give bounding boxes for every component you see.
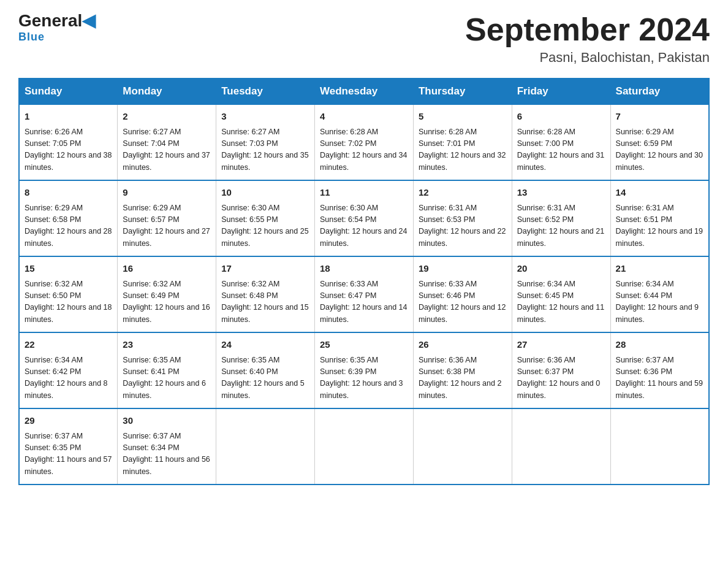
calendar-cell: 25Sunrise: 6:35 AMSunset: 6:39 PMDayligh…: [315, 332, 414, 408]
calendar-cell: 8Sunrise: 6:29 AMSunset: 6:58 PMDaylight…: [19, 180, 118, 256]
calendar-cell: 23Sunrise: 6:35 AMSunset: 6:41 PMDayligh…: [118, 332, 216, 408]
day-number: 19: [419, 262, 507, 276]
day-info: Sunrise: 6:30 AMSunset: 6:54 PMDaylight:…: [320, 204, 407, 248]
day-number: 10: [221, 186, 309, 200]
calendar-cell: 28Sunrise: 6:37 AMSunset: 6:36 PMDayligh…: [610, 332, 709, 408]
column-header-sunday: Sunday: [19, 79, 118, 104]
day-info: Sunrise: 6:37 AMSunset: 6:35 PMDaylight:…: [25, 432, 112, 476]
calendar-cell: 16Sunrise: 6:32 AMSunset: 6:49 PMDayligh…: [118, 256, 216, 332]
column-header-wednesday: Wednesday: [315, 79, 414, 104]
calendar-cell: [216, 408, 315, 484]
calendar-cell: 27Sunrise: 6:36 AMSunset: 6:37 PMDayligh…: [512, 332, 610, 408]
day-info: Sunrise: 6:32 AMSunset: 6:49 PMDaylight:…: [123, 280, 210, 324]
logo-triangle-icon: ◀: [82, 11, 96, 30]
day-number: 24: [221, 338, 309, 352]
day-info: Sunrise: 6:31 AMSunset: 6:51 PMDaylight:…: [616, 204, 703, 248]
day-info: Sunrise: 6:26 AMSunset: 7:05 PMDaylight:…: [25, 128, 112, 172]
day-info: Sunrise: 6:31 AMSunset: 6:52 PMDaylight:…: [517, 204, 604, 248]
column-header-tuesday: Tuesday: [216, 79, 315, 104]
calendar-cell: 11Sunrise: 6:30 AMSunset: 6:54 PMDayligh…: [315, 180, 414, 256]
column-header-monday: Monday: [118, 79, 216, 104]
day-number: 2: [123, 110, 211, 124]
calendar-cell: 2Sunrise: 6:27 AMSunset: 7:04 PMDaylight…: [118, 104, 216, 180]
day-info: Sunrise: 6:28 AMSunset: 7:01 PMDaylight:…: [419, 128, 506, 172]
day-number: 4: [320, 110, 408, 124]
calendar-header-row: SundayMondayTuesdayWednesdayThursdayFrid…: [19, 79, 709, 104]
day-info: Sunrise: 6:28 AMSunset: 7:00 PMDaylight:…: [517, 128, 604, 172]
calendar-cell: 1Sunrise: 6:26 AMSunset: 7:05 PMDaylight…: [19, 104, 118, 180]
day-number: 13: [517, 186, 605, 200]
day-number: 3: [221, 110, 309, 124]
day-info: Sunrise: 6:33 AMSunset: 6:47 PMDaylight:…: [320, 280, 407, 324]
day-info: Sunrise: 6:34 AMSunset: 6:44 PMDaylight:…: [616, 280, 699, 324]
calendar-cell: 24Sunrise: 6:35 AMSunset: 6:40 PMDayligh…: [216, 332, 315, 408]
day-info: Sunrise: 6:35 AMSunset: 6:41 PMDaylight:…: [123, 356, 206, 400]
day-info: Sunrise: 6:34 AMSunset: 6:45 PMDaylight:…: [517, 280, 604, 324]
day-info: Sunrise: 6:35 AMSunset: 6:40 PMDaylight:…: [221, 356, 305, 400]
calendar-cell: 5Sunrise: 6:28 AMSunset: 7:01 PMDaylight…: [413, 104, 512, 180]
calendar-cell: 3Sunrise: 6:27 AMSunset: 7:03 PMDaylight…: [216, 104, 315, 180]
day-number: 27: [517, 338, 605, 352]
day-info: Sunrise: 6:32 AMSunset: 6:48 PMDaylight:…: [221, 280, 308, 324]
calendar-cell: 30Sunrise: 6:37 AMSunset: 6:34 PMDayligh…: [118, 408, 216, 484]
day-number: 15: [25, 262, 112, 276]
logo-text: General◀: [18, 12, 96, 29]
logo: General◀ Blue: [18, 12, 96, 44]
calendar-cell: 14Sunrise: 6:31 AMSunset: 6:51 PMDayligh…: [610, 180, 709, 256]
calendar-cell: 17Sunrise: 6:32 AMSunset: 6:48 PMDayligh…: [216, 256, 315, 332]
day-number: 23: [123, 338, 211, 352]
day-number: 16: [123, 262, 211, 276]
day-number: 9: [123, 186, 211, 200]
calendar-cell: 6Sunrise: 6:28 AMSunset: 7:00 PMDaylight…: [512, 104, 610, 180]
day-number: 1: [25, 110, 112, 124]
day-info: Sunrise: 6:31 AMSunset: 6:53 PMDaylight:…: [419, 204, 506, 248]
calendar-cell: 13Sunrise: 6:31 AMSunset: 6:52 PMDayligh…: [512, 180, 610, 256]
calendar-subtitle: Pasni, Balochistan, Pakistan: [465, 50, 710, 66]
day-info: Sunrise: 6:36 AMSunset: 6:37 PMDaylight:…: [517, 356, 601, 400]
day-number: 18: [320, 262, 408, 276]
week-row-4: 22Sunrise: 6:34 AMSunset: 6:42 PMDayligh…: [19, 332, 709, 408]
day-number: 26: [419, 338, 507, 352]
day-info: Sunrise: 6:35 AMSunset: 6:39 PMDaylight:…: [320, 356, 403, 400]
calendar-cell: [315, 408, 414, 484]
column-header-friday: Friday: [512, 79, 610, 104]
day-number: 12: [419, 186, 507, 200]
day-info: Sunrise: 6:32 AMSunset: 6:50 PMDaylight:…: [25, 280, 112, 324]
day-number: 8: [25, 186, 112, 200]
day-number: 14: [616, 186, 703, 200]
calendar-cell: 22Sunrise: 6:34 AMSunset: 6:42 PMDayligh…: [19, 332, 118, 408]
day-number: 22: [25, 338, 112, 352]
calendar-cell: 19Sunrise: 6:33 AMSunset: 6:46 PMDayligh…: [413, 256, 512, 332]
calendar-cell: 20Sunrise: 6:34 AMSunset: 6:45 PMDayligh…: [512, 256, 610, 332]
day-info: Sunrise: 6:34 AMSunset: 6:42 PMDaylight:…: [25, 356, 108, 400]
day-number: 28: [616, 338, 703, 352]
calendar-cell: 9Sunrise: 6:29 AMSunset: 6:57 PMDaylight…: [118, 180, 216, 256]
calendar-cell: 4Sunrise: 6:28 AMSunset: 7:02 PMDaylight…: [315, 104, 414, 180]
title-block: September 2024 Pasni, Balochistan, Pakis…: [465, 12, 710, 66]
calendar-cell: [610, 408, 709, 484]
calendar-cell: [413, 408, 512, 484]
day-info: Sunrise: 6:28 AMSunset: 7:02 PMDaylight:…: [320, 128, 407, 172]
calendar-cell: [512, 408, 610, 484]
day-info: Sunrise: 6:29 AMSunset: 6:58 PMDaylight:…: [25, 204, 112, 248]
day-info: Sunrise: 6:27 AMSunset: 7:03 PMDaylight:…: [221, 128, 308, 172]
day-number: 5: [419, 110, 507, 124]
logo-blue-text: Blue: [18, 31, 45, 44]
page-header: General◀ Blue September 2024 Pasni, Balo…: [18, 12, 710, 66]
day-info: Sunrise: 6:27 AMSunset: 7:04 PMDaylight:…: [123, 128, 210, 172]
calendar-cell: 18Sunrise: 6:33 AMSunset: 6:47 PMDayligh…: [315, 256, 414, 332]
week-row-1: 1Sunrise: 6:26 AMSunset: 7:05 PMDaylight…: [19, 104, 709, 180]
day-number: 17: [221, 262, 309, 276]
day-info: Sunrise: 6:37 AMSunset: 6:34 PMDaylight:…: [123, 432, 210, 476]
day-info: Sunrise: 6:30 AMSunset: 6:55 PMDaylight:…: [221, 204, 308, 248]
day-number: 29: [25, 414, 112, 428]
calendar-cell: 15Sunrise: 6:32 AMSunset: 6:50 PMDayligh…: [19, 256, 118, 332]
calendar-cell: 7Sunrise: 6:29 AMSunset: 6:59 PMDaylight…: [610, 104, 709, 180]
day-info: Sunrise: 6:37 AMSunset: 6:36 PMDaylight:…: [616, 356, 703, 400]
calendar-cell: 12Sunrise: 6:31 AMSunset: 6:53 PMDayligh…: [413, 180, 512, 256]
calendar-cell: 26Sunrise: 6:36 AMSunset: 6:38 PMDayligh…: [413, 332, 512, 408]
column-header-thursday: Thursday: [413, 79, 512, 104]
calendar-title: September 2024: [465, 12, 710, 47]
day-info: Sunrise: 6:33 AMSunset: 6:46 PMDaylight:…: [419, 280, 506, 324]
day-info: Sunrise: 6:36 AMSunset: 6:38 PMDaylight:…: [419, 356, 502, 400]
